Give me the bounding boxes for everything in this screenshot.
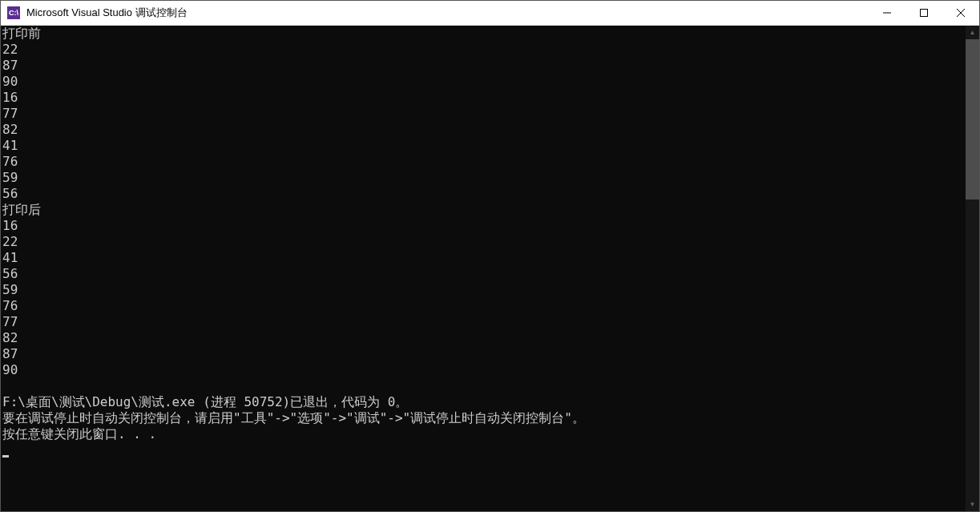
text-cursor	[2, 455, 9, 458]
console-line: 56	[2, 186, 964, 202]
console-line: 41	[2, 138, 964, 154]
console-line: 76	[2, 298, 964, 314]
maximize-button[interactable]	[905, 1, 942, 25]
console-line	[2, 378, 964, 394]
window-controls	[869, 1, 979, 25]
console-line: 打印前	[2, 26, 964, 42]
console-line: F:\桌面\测试\Debug\测试.exe (进程 50752)已退出，代码为 …	[2, 394, 964, 410]
console-line: 22	[2, 42, 964, 58]
console-line: 59	[2, 170, 964, 186]
console-line: 56	[2, 266, 964, 282]
console-line: 87	[2, 58, 964, 74]
console-line: 77	[2, 314, 964, 330]
console-line: 82	[2, 330, 964, 346]
close-button[interactable]	[942, 1, 979, 25]
app-icon: C:\	[7, 6, 20, 19]
console-line: 16	[2, 218, 964, 234]
console-line: 16	[2, 90, 964, 106]
scroll-thumb[interactable]	[966, 39, 979, 200]
console-line: 59	[2, 282, 964, 298]
scroll-up-arrow[interactable]: ▲	[966, 26, 979, 39]
console-line: 要在调试停止时自动关闭控制台，请启用"工具"->"选项"->"调试"->"调试停…	[2, 410, 964, 426]
console-line: 76	[2, 154, 964, 170]
console-line: 87	[2, 346, 964, 362]
cursor-line	[2, 442, 964, 458]
console-output[interactable]: 打印前22879016778241765956打印后16224156597677…	[1, 26, 966, 511]
console-line: 82	[2, 122, 964, 138]
window-title: Microsoft Visual Studio 调试控制台	[26, 6, 869, 20]
console-line: 90	[2, 362, 964, 378]
svg-rect-1	[921, 10, 928, 17]
console-line: 按任意键关闭此窗口. . .	[2, 426, 964, 442]
window-titlebar[interactable]: C:\ Microsoft Visual Studio 调试控制台	[1, 1, 979, 26]
scroll-down-arrow[interactable]: ▼	[966, 498, 979, 511]
console-area: 打印前22879016778241765956打印后16224156597677…	[1, 26, 979, 511]
console-line: 90	[2, 74, 964, 90]
console-line: 22	[2, 234, 964, 250]
minimize-button[interactable]	[869, 1, 905, 25]
console-line: 打印后	[2, 202, 964, 218]
console-line: 77	[2, 106, 964, 122]
console-line: 41	[2, 250, 964, 266]
vertical-scrollbar[interactable]: ▲ ▼	[966, 26, 979, 511]
